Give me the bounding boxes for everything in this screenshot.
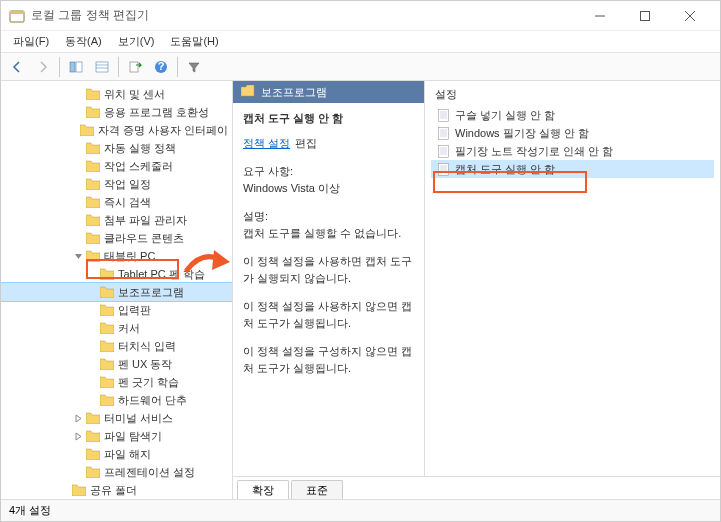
tree-item[interactable]: 클라우드 콘텐츠 (1, 229, 232, 247)
tree-item[interactable]: 즉시 검색 (1, 193, 232, 211)
menu-view[interactable]: 보기(V) (110, 32, 163, 51)
show-hide-tree-button[interactable] (64, 55, 88, 79)
chevron-down-icon[interactable] (71, 249, 85, 263)
tree-item[interactable]: 위치 및 센서 (1, 85, 232, 103)
tree-item-label: 태블릿 PC (104, 249, 155, 264)
menu-help[interactable]: 도움말(H) (162, 32, 226, 51)
detail-header: 보조프로그램 (233, 81, 424, 103)
expander-placeholder (71, 159, 85, 173)
tree-item[interactable]: 파일 해지 (1, 445, 232, 463)
tree-item-label: 작업 일정 (104, 177, 151, 192)
back-button[interactable] (5, 55, 29, 79)
tree-item[interactable]: 커서 (1, 319, 232, 337)
tab-extended[interactable]: 확장 (237, 480, 289, 499)
expander-placeholder (71, 177, 85, 191)
forward-button[interactable] (31, 55, 55, 79)
tree-item-label: 펜 UX 동작 (118, 357, 172, 372)
tree-item[interactable]: 자동 실행 정책 (1, 139, 232, 157)
titlebar: 로컬 그룹 정책 편집기 (1, 1, 720, 31)
svg-text:?: ? (158, 60, 165, 72)
settings-column: 설정 구슬 넣기 실행 안 함Windows 필기장 실행 안 함필기장 노트 … (425, 81, 720, 476)
description-label: 설명: (243, 208, 414, 225)
tree-item[interactable]: 첨부 파일 관리자 (1, 211, 232, 229)
tree-item[interactable]: 펜 UX 동작 (1, 355, 232, 373)
tree-item[interactable]: 터치식 입력 (1, 337, 232, 355)
tree-item-label: 자격 증명 사용자 인터페이 (98, 123, 228, 138)
expander-placeholder (71, 465, 85, 479)
folder-icon (99, 303, 115, 317)
toolbar-separator (59, 57, 60, 77)
tree-item-label: 보조프로그램 (118, 285, 184, 300)
tree-item[interactable]: 태블릿 PC (1, 247, 232, 265)
svg-rect-7 (76, 62, 82, 72)
tree-item[interactable]: 입력판 (1, 301, 232, 319)
tree-item[interactable]: 프레젠테이션 설정 (1, 463, 232, 481)
tree-item[interactable]: 응용 프로그램 호환성 (1, 103, 232, 121)
folder-icon (85, 87, 101, 101)
policy-page-icon (435, 126, 451, 140)
expander-placeholder (85, 303, 99, 317)
tree-item[interactable]: 하드웨어 단추 (1, 391, 232, 409)
tab-standard[interactable]: 표준 (291, 480, 343, 499)
tree-item[interactable]: 작업 스케줄러 (1, 157, 232, 175)
tree-panel[interactable]: 위치 및 센서응용 프로그램 호환성자격 증명 사용자 인터페이자동 실행 정책… (1, 81, 233, 499)
tree-item[interactable]: 자격 증명 사용자 인터페이 (1, 121, 232, 139)
tree-item-label: 터치식 입력 (118, 339, 176, 354)
tree-item-label: Tablet PC 펜 학습 (118, 267, 205, 282)
tabs: 확장 표준 (233, 477, 720, 499)
expander-placeholder (71, 105, 85, 119)
chevron-right-icon[interactable] (71, 411, 85, 425)
tree-item[interactable]: 파일 탐색기 (1, 427, 232, 445)
folder-icon (99, 285, 115, 299)
tree-item[interactable]: Tablet PC 펜 학습 (1, 265, 232, 283)
folder-icon (85, 447, 101, 461)
folder-icon (85, 213, 101, 227)
tree-item-label: 즉시 검색 (104, 195, 151, 210)
minimize-button[interactable] (577, 1, 622, 30)
requirement-label: 요구 사항: (243, 163, 414, 180)
setting-item[interactable]: 캡처 도구 실행 안 함 (431, 160, 714, 178)
folder-icon (99, 393, 115, 407)
svg-rect-14 (438, 109, 448, 121)
tree-item[interactable]: 펜 긋기 학습 (1, 373, 232, 391)
svg-rect-11 (130, 62, 138, 72)
svg-rect-1 (10, 11, 24, 14)
setting-item[interactable]: 구슬 넣기 실행 안 함 (431, 106, 714, 124)
folder-icon (99, 357, 115, 371)
tree-item[interactable]: 작업 일정 (1, 175, 232, 193)
detail-header-text: 보조프로그램 (261, 85, 327, 100)
chevron-right-icon[interactable] (71, 429, 85, 443)
menu-file[interactable]: 파일(F) (5, 32, 57, 51)
app-icon (9, 8, 25, 24)
maximize-button[interactable] (622, 1, 667, 30)
setting-item-label: 필기장 노트 작성기로 인쇄 안 함 (455, 144, 613, 159)
tree-item[interactable]: 터미널 서비스 (1, 409, 232, 427)
tree-item[interactable]: 보조프로그램 (1, 283, 232, 301)
tree-item-label: 클라우드 콘텐츠 (104, 231, 184, 246)
setting-item[interactable]: Windows 필기장 실행 안 함 (431, 124, 714, 142)
menubar: 파일(F) 동작(A) 보기(V) 도움말(H) (1, 31, 720, 53)
expander-placeholder (67, 123, 80, 137)
description-para: 이 정책 설정을 구성하지 않으면 캡처 도구가 실행됩니다. (243, 343, 414, 376)
policy-page-icon (435, 162, 451, 176)
properties-button[interactable] (90, 55, 114, 79)
close-button[interactable] (667, 1, 712, 30)
tree-item-label: 펜 긋기 학습 (118, 375, 179, 390)
setting-item-label: 캡처 도구 실행 안 함 (455, 162, 555, 177)
svg-rect-8 (96, 62, 108, 72)
expander-placeholder (71, 195, 85, 209)
expander-placeholder (71, 213, 85, 227)
folder-icon (85, 105, 101, 119)
settings-header: 설정 (425, 81, 720, 106)
help-button[interactable]: ? (149, 55, 173, 79)
policy-settings-link[interactable]: 정책 설정 (243, 137, 290, 149)
tree-item-label: 터미널 서비스 (104, 411, 173, 426)
filter-button[interactable] (182, 55, 206, 79)
menu-action[interactable]: 동작(A) (57, 32, 110, 51)
svg-rect-29 (438, 163, 448, 175)
tree-item[interactable]: 공유 폴더 (1, 481, 232, 499)
export-list-button[interactable] (123, 55, 147, 79)
description-value: 캡처 도구를 실행할 수 없습니다. (243, 225, 414, 242)
setting-item[interactable]: 필기장 노트 작성기로 인쇄 안 함 (431, 142, 714, 160)
settings-list[interactable]: 구슬 넣기 실행 안 함Windows 필기장 실행 안 함필기장 노트 작성기… (425, 106, 720, 476)
